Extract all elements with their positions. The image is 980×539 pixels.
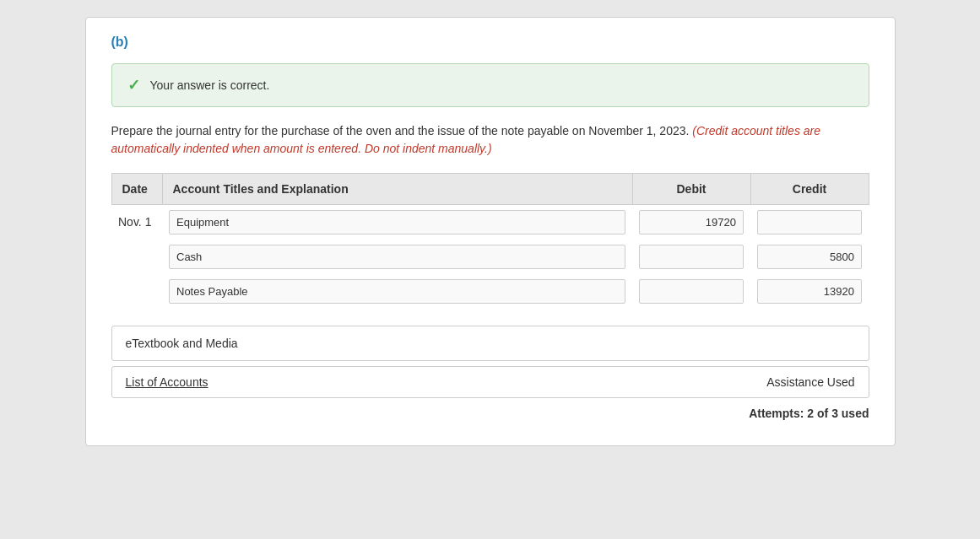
success-banner: ✓ Your answer is correct. bbox=[111, 63, 869, 107]
row2-date bbox=[111, 240, 162, 274]
row1-debit-input[interactable] bbox=[639, 210, 744, 234]
row2-debit-input[interactable] bbox=[639, 245, 744, 269]
col-date: Date bbox=[111, 174, 162, 205]
table-row: Nov. 1 bbox=[111, 205, 869, 240]
attempts-text: Attempts: 2 of 3 used bbox=[111, 407, 869, 420]
journal-table: Date Account Titles and Explanation Debi… bbox=[111, 173, 869, 309]
row1-credit-cell bbox=[750, 205, 869, 240]
section-label: (b) bbox=[111, 35, 869, 50]
check-icon: ✓ bbox=[127, 76, 140, 94]
row1-account-cell bbox=[162, 205, 632, 240]
row1-date: Nov. 1 bbox=[111, 205, 162, 240]
row2-debit-cell bbox=[632, 240, 750, 274]
main-card: (b) ✓ Your answer is correct. Prepare th… bbox=[85, 17, 896, 446]
row3-debit-input[interactable] bbox=[639, 279, 744, 304]
row2-credit-input[interactable] bbox=[757, 245, 862, 269]
col-debit: Debit bbox=[632, 174, 750, 205]
row1-account-input[interactable] bbox=[169, 210, 625, 234]
col-account: Account Titles and Explanation bbox=[162, 174, 632, 205]
row3-credit-cell bbox=[750, 274, 869, 309]
row3-debit-cell bbox=[632, 274, 750, 309]
row2-credit-cell bbox=[750, 240, 869, 274]
row2-account-input[interactable] bbox=[169, 245, 625, 269]
success-text: Your answer is correct. bbox=[150, 78, 270, 92]
row1-debit-cell bbox=[632, 205, 750, 240]
list-accounts-link[interactable]: List of Accounts bbox=[126, 375, 208, 389]
row1-credit-input[interactable] bbox=[757, 210, 862, 234]
row3-account-input[interactable] bbox=[169, 279, 625, 304]
row3-credit-input[interactable] bbox=[757, 279, 862, 304]
table-row bbox=[111, 274, 869, 309]
row3-account-cell bbox=[162, 274, 632, 309]
row2-account-cell bbox=[162, 240, 632, 274]
table-row bbox=[111, 240, 869, 274]
col-credit: Credit bbox=[750, 174, 869, 205]
list-accounts-section: List of Accounts Assistance Used bbox=[111, 366, 869, 398]
instructions: Prepare the journal entry for the purcha… bbox=[111, 122, 869, 158]
row3-date bbox=[111, 274, 162, 309]
etextbook-section: eTextbook and Media bbox=[111, 326, 869, 361]
assistance-used: Assistance Used bbox=[766, 375, 854, 389]
etextbook-label: eTextbook and Media bbox=[126, 337, 238, 350]
instructions-main: Prepare the journal entry for the purcha… bbox=[111, 124, 690, 137]
